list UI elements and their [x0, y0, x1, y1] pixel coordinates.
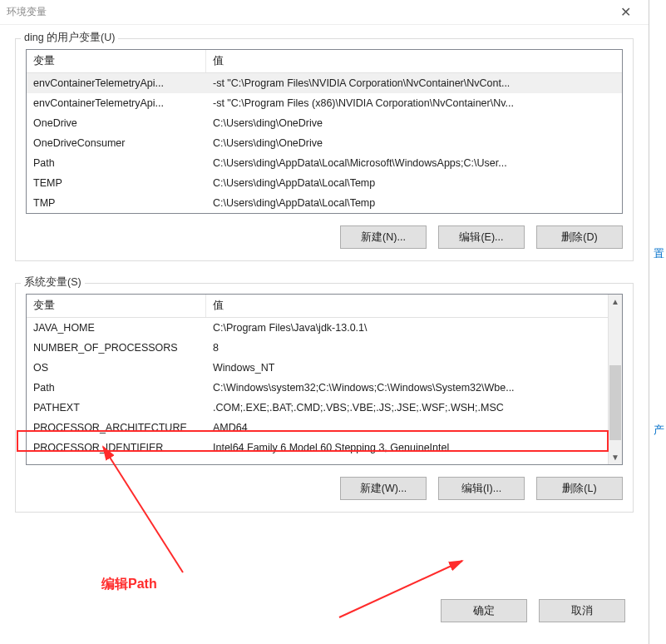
svg-line-1 — [339, 561, 462, 617]
annotation-arrow-right — [0, 0, 666, 644]
